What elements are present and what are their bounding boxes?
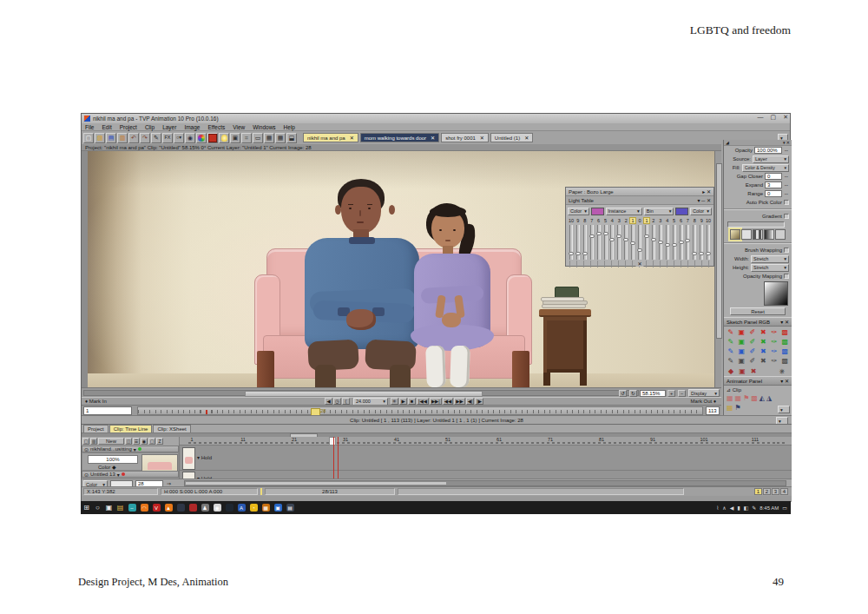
lt-slider-handle[interactable] (596, 232, 602, 235)
clock[interactable]: 8:45 AM (760, 505, 779, 511)
toolbar-icon-17[interactable]: ▦ (275, 133, 286, 143)
menu-clip[interactable]: Clip (145, 124, 155, 130)
toolbar-icon-0[interactable]: ▢ (83, 133, 94, 143)
toolbar-icon-14[interactable]: ⌗ (241, 133, 252, 143)
gap-closer-field[interactable]: 0 (765, 173, 782, 180)
layer1-thumbnail[interactable] (141, 454, 178, 472)
transport-btn-8[interactable]: |▶ (475, 398, 483, 405)
sketch-tool-3-4[interactable]: ✑ (769, 356, 779, 366)
sketch-tool-0-5[interactable]: ▩ (780, 327, 791, 337)
lt-color-swatch-right[interactable] (675, 208, 687, 215)
lt-bin-dropdown[interactable]: Bin▾ (644, 208, 674, 215)
range-field[interactable]: 0 (765, 190, 782, 197)
document-tab-0[interactable]: nikhil ma and pa✕ (303, 133, 358, 142)
tray-icon-5[interactable]: ✎ (752, 505, 756, 511)
lt-slider-15[interactable] (671, 224, 678, 261)
sketch-tool-0-1[interactable]: ▣ (737, 327, 747, 337)
tl-header-icon2-1[interactable]: ☰ (133, 438, 140, 445)
lt-slider-handle[interactable] (609, 238, 615, 241)
sketch-tool-0-3[interactable]: ✖ (759, 327, 769, 337)
toolbar-icon-11[interactable] (207, 133, 218, 143)
lt-slider-2[interactable] (582, 224, 589, 261)
toolbar-icon-8[interactable]: ○▾ (174, 133, 184, 143)
opacity-mapping-gradient[interactable] (764, 281, 788, 306)
lt-instance-dropdown[interactable]: Instance▾ (606, 208, 642, 215)
lt-slider-13[interactable] (657, 224, 664, 261)
toolbar-icon-1[interactable]: ▨ (95, 133, 105, 143)
menu-file[interactable]: File (85, 124, 94, 130)
sketch-tool-2-2[interactable]: ✐ (747, 347, 758, 356)
page-button-3[interactable]: 3 (772, 488, 779, 495)
lt-color-swatch-left[interactable] (591, 208, 603, 215)
lt-color-dropdown-right[interactable]: Color▾ (690, 208, 712, 215)
lt-slider-handle[interactable] (569, 252, 574, 255)
menu-windows[interactable]: Windows (253, 124, 275, 130)
menu-help[interactable]: Help (284, 124, 295, 130)
taskbar-app-11[interactable]: ▦ (262, 504, 270, 512)
toolbar-icon-2[interactable]: ▤ (106, 133, 116, 143)
toolbar-icon-13[interactable]: ▣ (230, 133, 240, 143)
layer1-track-thumbnail[interactable] (182, 447, 195, 470)
width-dropdown[interactable]: Stretch▾ (751, 255, 789, 263)
taskbar-app-12[interactable]: ▣ (274, 504, 282, 512)
sketch-tool-1-1[interactable]: ▣ (737, 337, 747, 347)
taskbar-app-3[interactable]: ▲ (165, 504, 173, 512)
page-button-2[interactable]: 2 (763, 488, 771, 495)
maximize-button[interactable]: ▢ (771, 114, 777, 121)
animator-icon-1[interactable]: ▦ (735, 394, 742, 402)
lt-slider-handle[interactable] (665, 243, 670, 247)
toolbar-icon-4[interactable]: ↶ (128, 133, 139, 143)
taskbar-app-7[interactable]: ◉ (214, 504, 221, 512)
lt-slider-0[interactable] (568, 224, 575, 261)
lt-slider-11[interactable] (643, 224, 650, 261)
brush-wrapping-checkbox[interactable] (784, 248, 789, 253)
tab-close-icon[interactable]: ✕ (431, 135, 435, 141)
zoom-field[interactable]: 58.15% (640, 390, 666, 397)
sketch-tool-3-1[interactable]: ▣ (737, 356, 747, 366)
lt-color-dropdown-left[interactable]: Color▾ (568, 208, 589, 215)
transport-btn-0[interactable]: ✳ (391, 398, 398, 405)
taskbar-app-0[interactable]: – (128, 504, 136, 512)
document-tab-2[interactable]: shot fry 0001✕ (441, 133, 489, 142)
lt-slider-5[interactable] (602, 224, 609, 261)
transport-btn-3[interactable]: |◀◀ (417, 398, 429, 405)
lt-slider-handle[interactable] (630, 241, 635, 245)
tl-header-icon2-0[interactable]: ◫ (125, 438, 132, 445)
lt-slider-4[interactable] (595, 224, 602, 261)
toolbar-icon-10[interactable] (196, 133, 207, 143)
tl-header-icon2-3[interactable]: ▢ (148, 438, 155, 445)
sketch-tool-2-4[interactable]: ✑ (769, 347, 779, 356)
taskbar-app-8[interactable] (226, 504, 233, 512)
gap-stepper[interactable]: ⇔ (784, 174, 789, 179)
gradient-swatch-2[interactable] (753, 229, 763, 240)
gradient-checkbox[interactable] (784, 214, 789, 219)
layer-row-2[interactable]: ⊙ Untitled 13 ▾ (82, 471, 179, 478)
sketch-tool-3-3[interactable]: ✖ (759, 356, 769, 366)
layer1-opacity-field[interactable]: 100% (88, 455, 138, 464)
transport-pre-0[interactable]: ◀ (325, 398, 332, 405)
animator-clip-section[interactable]: ⊿ Clip (724, 386, 792, 393)
range-stepper[interactable]: ⇔ (784, 191, 789, 196)
expand-field[interactable]: 3 (765, 182, 782, 188)
lt-slider-6[interactable] (608, 224, 615, 261)
toolbar-icon-12[interactable] (219, 133, 229, 143)
taskbar-app-4[interactable] (177, 504, 185, 512)
page-button-4[interactable]: 4 (780, 488, 788, 495)
lt-slider-handle[interactable] (651, 238, 656, 241)
layer2-eye-icon[interactable]: ⊙ (84, 472, 89, 478)
sketch-tool-2-0[interactable]: ✎ (726, 347, 736, 356)
timeline-h-scrollbar[interactable] (184, 480, 786, 486)
animator-icon-5[interactable]: ◮ (766, 394, 772, 402)
canvas-area[interactable]: Paper : Bozo Large ▸ ✕ Light Table ▾ ─ ✕… (82, 151, 721, 387)
lt-slider-16[interactable] (678, 224, 685, 261)
sketch-sub-0[interactable]: ◆ (726, 366, 736, 376)
tl-header-icon-1[interactable]: ▥ (90, 438, 97, 445)
lt-slider-handle[interactable] (589, 234, 595, 238)
tray-icon-2[interactable]: ◀ (730, 505, 734, 511)
taskbar-app-10[interactable]: ◔ (250, 504, 258, 512)
animator-icon2-0[interactable]: ▦ (727, 404, 733, 412)
timeline-tab-0[interactable]: Project (83, 425, 108, 432)
lt-center-close[interactable]: ✕ (635, 261, 643, 267)
lt-slider-handle[interactable] (644, 234, 649, 238)
lt-slider-handle[interactable] (706, 252, 711, 255)
